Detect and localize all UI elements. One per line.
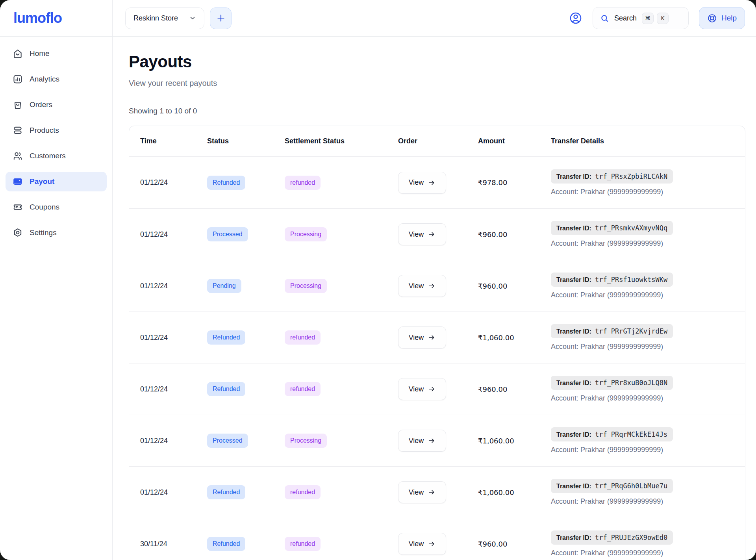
sidebar-item-label: Payout <box>30 177 54 186</box>
status-badge: Pending <box>207 279 241 293</box>
settlement-status-badge: Processing <box>285 434 327 448</box>
column-header-order: Order <box>398 137 478 145</box>
column-header-amount: Amount <box>478 137 551 145</box>
add-store-button[interactable] <box>210 7 232 29</box>
ticket-icon <box>13 202 23 212</box>
view-order-button[interactable]: View <box>398 326 446 349</box>
arrow-right-icon <box>428 540 435 548</box>
chevron-down-icon <box>189 15 196 22</box>
payout-time: 30/11/24 <box>140 540 207 548</box>
payout-time: 01/12/24 <box>140 230 207 239</box>
transfer-details-cell: Transfer ID: trf_PRqrMCkEkE14Js Account:… <box>551 427 745 454</box>
settlement-status-cell: Processing <box>285 434 398 448</box>
lifebuoy-icon <box>707 13 717 23</box>
view-order-button[interactable]: View <box>398 533 446 555</box>
transfer-details-cell: Transfer ID: trf_PRUJEzGX9owEd0 Account:… <box>551 530 745 557</box>
order-cell: View <box>398 430 478 452</box>
sidebar-item-orders[interactable]: Orders <box>6 95 107 115</box>
arrow-right-icon <box>428 334 435 341</box>
settlement-status-badge: refunded <box>285 485 321 499</box>
sidebar-item-label: Customers <box>30 152 66 160</box>
sidebar-item-coupons[interactable]: Coupons <box>6 197 107 217</box>
sidebar-item-customers[interactable]: Customers <box>6 146 107 166</box>
order-cell: View <box>398 481 478 503</box>
view-order-button[interactable]: View <box>398 481 446 503</box>
view-order-button[interactable]: View <box>398 223 446 245</box>
payout-status-cell: Refunded <box>207 330 285 345</box>
arrow-right-icon <box>428 437 435 445</box>
payout-status-cell: Pending <box>207 279 285 293</box>
transfer-id-label: Transfer ID: <box>556 483 591 490</box>
transfer-id-pill: Transfer ID: trf_PRr8xuB0oJLQ8N <box>551 376 673 390</box>
transfer-details-cell: Transfer ID: trf_PRsmkvAXmyvNQq Account:… <box>551 221 745 248</box>
payout-amount: ₹960.00 <box>478 540 551 548</box>
payout-amount: ₹978.00 <box>478 178 551 187</box>
settlement-status-badge: Processing <box>285 279 327 293</box>
payout-amount: ₹960.00 <box>478 385 551 393</box>
transfer-id-pill: Transfer ID: trf_PRrGTj2KvjrdEw <box>551 324 673 338</box>
view-order-button[interactable]: View <box>398 172 446 194</box>
account-text: Account: Prakhar (9999999999999) <box>551 343 663 351</box>
settlement-status-cell: Processing <box>285 227 398 241</box>
store-selector-dropdown[interactable]: Reskinn Store <box>125 7 204 29</box>
table-row: 01/12/24 Processed Processing View ₹960.… <box>129 208 745 260</box>
sidebar-item-payout[interactable]: Payout <box>6 172 107 191</box>
status-badge: Refunded <box>207 176 245 190</box>
order-cell: View <box>398 275 478 297</box>
arrow-right-icon <box>428 488 435 496</box>
transfer-id-label: Transfer ID: <box>556 534 591 541</box>
payout-time: 01/12/24 <box>140 385 207 393</box>
showing-count-text: Showing 1 to 10 of 0 <box>129 107 745 115</box>
help-button[interactable]: Help <box>699 7 745 29</box>
topbar-main: Reskinn Store Search ⌘ K Help <box>113 0 756 36</box>
transfer-id-value: trf_PRqrMCkEkE14Js <box>595 430 667 438</box>
sidebar-item-label: Analytics <box>30 75 59 83</box>
payout-amount: ₹1,060.00 <box>478 488 551 497</box>
page-title: Payouts <box>129 52 745 71</box>
view-order-button[interactable]: View <box>398 430 446 452</box>
shopping-bag-icon <box>13 100 23 110</box>
transfer-id-value: trf_PRr8xuB0oJLQ8N <box>595 379 667 387</box>
sidebar-item-label: Products <box>30 126 59 135</box>
payout-amount: ₹1,060.00 <box>478 334 551 342</box>
status-badge: Processed <box>207 434 248 448</box>
transfer-id-label: Transfer ID: <box>556 225 591 232</box>
sidebar-item-label: Coupons <box>30 203 59 211</box>
view-button-label: View <box>409 540 424 548</box>
view-order-button[interactable]: View <box>398 378 446 400</box>
account-button[interactable] <box>569 11 582 25</box>
table-row: 01/12/24 Pending Processing View ₹960.00… <box>129 260 745 312</box>
sidebar-item-settings[interactable]: Settings <box>6 223 107 243</box>
store-selector-label: Reskinn Store <box>133 14 178 22</box>
account-text: Account: Prakhar (9999999999999) <box>551 239 663 248</box>
account-text: Account: Prakhar (9999999999999) <box>551 549 663 557</box>
column-header-settlement-status: Settlement Status <box>285 137 398 145</box>
transfer-id-label: Transfer ID: <box>556 380 591 387</box>
sidebar-item-products[interactable]: Products <box>6 121 107 140</box>
sidebar-item-label: Settings <box>30 228 57 237</box>
sidebar-item-home[interactable]: Home <box>6 44 107 63</box>
help-label: Help <box>721 14 737 22</box>
table-row: 01/12/24 Refunded refunded View ₹960.00 … <box>129 363 745 415</box>
screenshot-stage: lumoflo Reskinn Store Search ⌘ K <box>0 0 756 560</box>
payout-status-cell: Refunded <box>207 485 285 499</box>
view-order-button[interactable]: View <box>398 275 446 297</box>
view-button-label: View <box>409 282 424 290</box>
view-button-label: View <box>409 178 424 187</box>
account-text: Account: Prakhar (9999999999999) <box>551 291 663 299</box>
view-button-label: View <box>409 437 424 445</box>
sidebar-item-analytics[interactable]: Analytics <box>6 69 107 89</box>
status-badge: Processed <box>207 227 248 241</box>
users-icon <box>13 151 23 161</box>
transfer-id-pill: Transfer ID: trf_PRUJEzGX9owEd0 <box>551 530 673 545</box>
column-header-status: Status <box>207 137 285 145</box>
transfer-id-value: trf_PRrGTj2KvjrdEw <box>595 327 667 335</box>
app-window: lumoflo Reskinn Store Search ⌘ K <box>0 0 756 560</box>
column-header-time: Time <box>140 137 207 145</box>
search-input[interactable]: Search ⌘ K <box>593 7 689 29</box>
arrow-right-icon <box>428 179 435 187</box>
payout-time: 01/12/24 <box>140 282 207 290</box>
view-button-label: View <box>409 334 424 342</box>
column-header-transfer-details: Transfer Details <box>551 137 745 145</box>
plus-icon <box>216 13 226 23</box>
